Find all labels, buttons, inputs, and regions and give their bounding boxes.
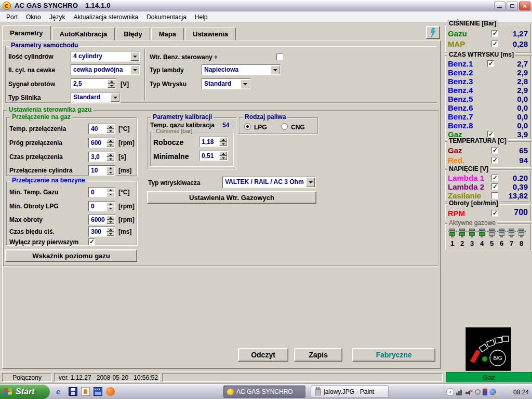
petrol-injectors-checkbox[interactable] xyxy=(276,54,283,60)
monitor-row-benz6: Benz.6 0,0 xyxy=(447,103,530,113)
spin-down-icon[interactable] xyxy=(107,129,114,133)
benz1-checkbox[interactable] xyxy=(487,60,494,67)
zasilanie-checkbox[interactable] xyxy=(491,192,498,199)
gas-injector-settings-button[interactable]: Ustawienia Wtr. Gazowych xyxy=(147,191,316,204)
taskbar-window-paint[interactable]: jalowy.JPG - Paint xyxy=(311,385,389,398)
factory-settings-button[interactable]: Fabryczne xyxy=(352,348,435,362)
rpm-signal-input[interactable]: 2,5 xyxy=(71,78,116,89)
media-icon[interactable] xyxy=(94,387,102,396)
write-button[interactable]: Zapis xyxy=(294,348,342,362)
chevron-down-icon[interactable] xyxy=(306,178,315,187)
engine-type-select[interactable]: Standard xyxy=(71,92,121,103)
volume-muted-icon[interactable]: × xyxy=(466,389,473,395)
connection-status-button[interactable] xyxy=(426,26,440,39)
lambda1-checkbox[interactable] xyxy=(491,175,498,181)
tab-autokalibracja[interactable]: AutoKalibracja xyxy=(52,28,115,41)
group-title: Parametry samochodu xyxy=(9,42,79,49)
switch-rpm-input[interactable]: 600 xyxy=(88,138,115,148)
spin-up-icon[interactable] xyxy=(219,152,227,156)
cylinders-select[interactable]: 4 cylindry xyxy=(71,51,140,62)
cng-radio[interactable] xyxy=(281,123,288,130)
coil-select[interactable]: cewka podwójna xyxy=(71,64,140,75)
chevron-down-icon[interactable] xyxy=(130,65,139,74)
min-gas-temp-input[interactable]: 0 xyxy=(88,187,115,197)
minimize-button[interactable] xyxy=(494,2,506,10)
spin-down-icon[interactable] xyxy=(107,232,114,236)
spin-up-icon[interactable] xyxy=(107,228,114,232)
menu-okno[interactable]: Okno xyxy=(22,12,45,22)
tray-status-icon[interactable] xyxy=(475,389,481,395)
group-title: Ciśnienie [bar] xyxy=(154,128,194,134)
red-temp-checkbox[interactable] xyxy=(491,157,498,164)
spin-up-icon[interactable] xyxy=(107,166,114,170)
close-button[interactable]: × xyxy=(519,2,530,10)
switch-time-input[interactable]: 3,0 xyxy=(88,152,115,162)
spin-down-icon[interactable] xyxy=(108,84,115,88)
max-rpm-input[interactable]: 6000 xyxy=(88,215,115,225)
gazu-checkbox[interactable] xyxy=(491,30,498,37)
menu-help[interactable]: Help xyxy=(191,12,212,22)
tab-bledy[interactable]: Błędy xyxy=(116,28,150,41)
rpm-checkbox[interactable] xyxy=(491,210,498,217)
tab-parametry[interactable]: Parametry xyxy=(2,25,51,41)
spin-down-icon[interactable] xyxy=(219,142,227,146)
spin-down-icon[interactable] xyxy=(107,170,114,175)
map-checkbox[interactable] xyxy=(491,41,498,47)
update-warning-icon[interactable] xyxy=(489,389,496,395)
spin-up-icon[interactable] xyxy=(107,202,114,206)
save-icon[interactable] xyxy=(69,387,77,396)
battery-icon[interactable] xyxy=(483,389,487,395)
spin-up-icon[interactable] xyxy=(107,216,114,220)
gas-level-indicator-button[interactable]: Wskaźnik poziomu gazu xyxy=(5,249,137,262)
spin-down-icon[interactable] xyxy=(107,143,114,147)
document-icon[interactable] xyxy=(81,387,90,396)
spin-up-icon[interactable] xyxy=(107,188,114,192)
menu-jezyk[interactable]: Język xyxy=(45,12,70,22)
spin-down-icon[interactable] xyxy=(219,156,227,160)
lambda2-checkbox[interactable] xyxy=(491,183,498,190)
pressure-error-time-input[interactable]: 300 xyxy=(88,227,115,237)
spin-up-icon[interactable] xyxy=(108,79,115,84)
chevron-down-icon[interactable] xyxy=(111,93,119,102)
menu-dokumentacja[interactable]: Dokumentacja xyxy=(142,12,191,22)
chevron-down-icon[interactable] xyxy=(241,79,249,88)
tab-ustawienia[interactable]: Ustawienia xyxy=(185,28,236,41)
chevron-down-icon[interactable] xyxy=(271,65,280,74)
spin-down-icon[interactable] xyxy=(107,192,114,196)
taskbar-window-ac-gas-synchro[interactable]: AC GAS SYNCHRO xyxy=(223,385,305,398)
tab-mapa[interactable]: Mapa xyxy=(151,28,184,41)
tray-chevron-icon[interactable]: ‹ xyxy=(446,388,454,396)
spin-up-icon[interactable] xyxy=(107,153,114,157)
working-pressure-input[interactable]: 1,18 xyxy=(199,137,228,147)
menu-port[interactable]: Port xyxy=(2,12,22,22)
cng-label: CNG xyxy=(291,124,305,131)
network-signal-icon[interactable] xyxy=(456,389,463,395)
injector-type-select[interactable]: VALTEK / RAIL / AC 3 Ohm xyxy=(222,177,316,188)
injector5-number: 5 xyxy=(487,240,497,247)
first-error-checkbox[interactable] xyxy=(88,238,95,245)
switch-temp-input[interactable]: 40 xyxy=(88,124,115,134)
spin-up-icon[interactable] xyxy=(107,125,114,129)
benz3-value: 2,8 xyxy=(517,77,528,86)
read-button[interactable]: Odczyt xyxy=(238,348,288,362)
switch-temp-label: Temp. przełączenia xyxy=(9,125,66,132)
ie-icon[interactable]: e xyxy=(56,387,65,396)
benz6-value: 0,0 xyxy=(517,103,528,112)
spin-down-icon[interactable] xyxy=(107,220,114,224)
menu-aktualizacja[interactable]: Aktualizacja sterownika xyxy=(69,12,142,22)
lpg-radio[interactable] xyxy=(244,123,251,130)
restore-button[interactable] xyxy=(507,2,518,10)
gaz-temp-checkbox[interactable] xyxy=(491,147,498,154)
spin-up-icon[interactable] xyxy=(107,139,114,143)
cylinder-switch-input[interactable]: 10 xyxy=(88,165,115,176)
min-lpg-rpm-input[interactable]: 0 xyxy=(88,201,115,211)
firefox-icon[interactable] xyxy=(106,387,115,396)
injection-type-select[interactable]: Standard xyxy=(202,78,250,89)
spin-down-icon[interactable] xyxy=(107,206,114,210)
minimal-pressure-input[interactable]: 0,51 xyxy=(199,151,228,161)
chevron-down-icon[interactable] xyxy=(130,52,139,61)
lambda-type-select[interactable]: Napieciowa xyxy=(202,64,281,75)
start-button[interactable]: Start xyxy=(0,384,50,399)
spin-down-icon[interactable] xyxy=(107,157,114,161)
spin-up-icon[interactable] xyxy=(219,138,227,142)
